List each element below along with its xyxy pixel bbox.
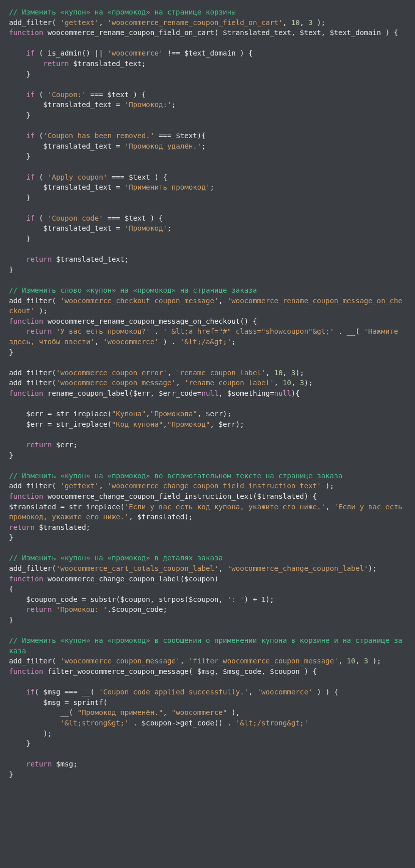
code-line: $translated_text = 'Применить промокод'; <box>9 183 214 191</box>
code-line: function woocommerce_change_coupon_field… <box>9 492 317 500</box>
code-comment: // Изменить «купон» на «промокод» во всп… <box>9 472 342 480</box>
code-line: add_filter('woocommerce_cart_totals_coup… <box>9 564 377 572</box>
code-line: add_filter( 'gettext', 'woocommerce_chan… <box>9 482 334 490</box>
code-line: function rename_coupon_label($err, $err_… <box>9 389 300 397</box>
code-line: __( "Промокод применён.", "woocommerce" … <box>9 708 240 716</box>
code-line: $translated_text = 'Промокод:'; <box>9 101 176 109</box>
code-line: } <box>9 152 31 160</box>
code-line: function woocommerce_rename_coupon_messa… <box>9 317 257 325</box>
code-line: } <box>9 348 14 356</box>
code-line: } <box>9 533 14 541</box>
code-line: if ('Coupon has been removed.' === $text… <box>9 132 206 140</box>
code-line: } <box>9 770 14 778</box>
code-line: add_filter( 'woocommerce_coupon_message'… <box>9 657 381 665</box>
code-line: return 'У вас есть промокод?' . ' &lt;a … <box>9 327 402 346</box>
code-line: add_filter('woocommerce_coupon_message',… <box>9 379 313 387</box>
code-line: $translated = str_ireplace('Если у вас е… <box>9 503 406 521</box>
code-comment: // Изменить «купон» на «промокод» в сооб… <box>9 636 402 655</box>
code-comment: // Изменить слово «купон» на «промокод» … <box>9 286 257 294</box>
code-block: // Изменить «купон» на «промокод» на стр… <box>0 0 415 787</box>
code-line: $err = str_ireplace("Купона","Промокода"… <box>9 410 231 418</box>
code-line: add_filter('woocommerce_coupon_error', '… <box>9 369 304 377</box>
code-line: if( $msg === __( 'Coupon code applied su… <box>9 688 338 696</box>
code-line: ); <box>9 729 52 737</box>
code-line: return $msg; <box>9 760 78 768</box>
code-line: $msg = sprintf( <box>9 698 107 706</box>
code-line: } <box>9 266 14 274</box>
code-comment: // Изменить «купон» на «промокод» в дета… <box>9 554 223 562</box>
code-line: add_filter( 'gettext', 'woocommerce_rena… <box>9 19 325 27</box>
code-line: function woocommerce_rename_coupon_field… <box>9 29 398 37</box>
code-line: } <box>9 70 31 78</box>
code-line: if ( 'Apply coupon' === $text ) { <box>9 173 167 181</box>
code-line: $coupon_code = substr($coupon, strpos($c… <box>9 595 274 603</box>
code-line: return $translated; <box>9 523 90 531</box>
code-line: if ( is_admin() || 'woocommerce' !== $te… <box>9 49 253 57</box>
code-line: function filter_woocommerce_coupon_messa… <box>9 667 317 675</box>
code-line: return 'Промокод: '.$coupon_code; <box>9 605 167 613</box>
code-comment: // Изменить «купон» на «промокод» на стр… <box>9 8 236 16</box>
code-line: if ( 'Coupon:' === $text ) { <box>9 91 146 99</box>
code-line: { <box>9 585 14 593</box>
code-line: return $err; <box>9 441 78 449</box>
code-line: function woocommerce_change_coupon_label… <box>9 575 219 583</box>
code-line: } <box>9 194 31 202</box>
code-line: } <box>9 111 31 119</box>
code-line: return $translated_text; <box>9 255 129 263</box>
code-line: add_filter( 'woocommerce_checkout_coupon… <box>9 297 402 315</box>
code-line: $translated_text = 'Промокод удалён.'; <box>9 142 206 150</box>
code-line: } <box>9 235 31 243</box>
code-line: } <box>9 739 31 747</box>
code-line: } <box>9 451 14 459</box>
code-line: $err = str_ireplace("Код купона","Промок… <box>9 420 244 428</box>
code-line: $translated_text = 'Промокод'; <box>9 224 172 232</box>
code-line: if ( 'Coupon code' === $text ) { <box>9 214 163 222</box>
code-line: } <box>9 616 14 624</box>
code-line: '&lt;strong&gt;' . $coupon->get_code() .… <box>9 719 308 727</box>
code-line: return $translated_text; <box>9 60 146 68</box>
